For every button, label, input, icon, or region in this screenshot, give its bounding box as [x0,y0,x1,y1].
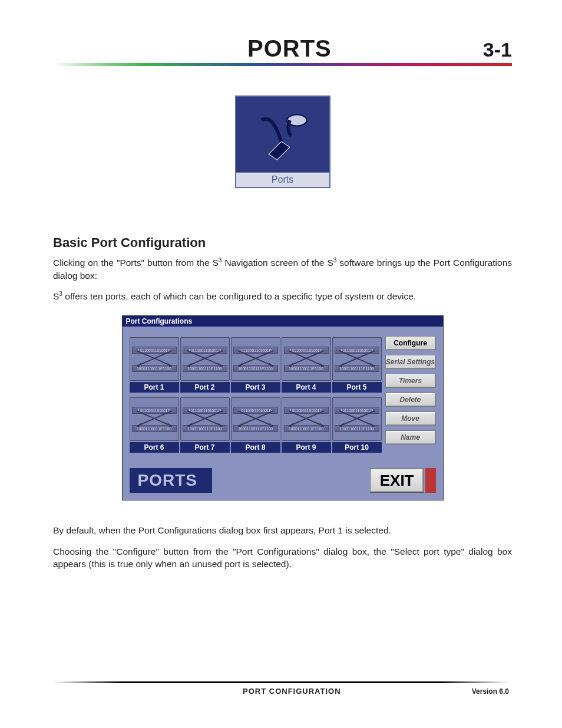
port-art: 10110001101001D10001100111E1100 [231,397,280,441]
port-label: Port 1 [130,382,179,393]
port-cross-icon [181,409,229,429]
port-cross-icon [333,348,381,368]
name-button[interactable]: Name [385,430,436,444]
port-configurations-dialog: Port Configurations 10110001101001D10001… [122,315,444,500]
port-label: Port 10 [332,442,382,453]
paragraph-2: S3 offers ten ports, each of which can b… [53,290,512,303]
port-label: Port 8 [231,442,280,453]
ports-icon-image [236,97,329,172]
port-label: Port 5 [332,382,382,393]
port-art: 10110001101001D10001100111E1100 [130,337,179,381]
delete-button[interactable]: Delete [385,393,436,407]
ports-icon-caption: Ports [236,172,329,187]
port-cross-icon [181,348,229,368]
port-label: Port 4 [282,382,331,393]
port-art: 10110001101001D10001100111E1100 [332,397,382,441]
port-cell-10[interactable]: 10110001101001D10001100111E1100Port 10 [332,397,382,453]
footer-center: PORT CONFIGURATION [112,687,472,696]
ports-icon-button[interactable]: Ports [235,95,330,188]
paragraph-4: Choosing the "Configure" button from the… [53,545,512,571]
port-label: Port 6 [130,442,179,453]
footer-version: Version 6.0 [472,687,509,696]
port-cross-icon [333,409,381,429]
port-art: 10110001101001D10001100111E1100 [282,397,331,441]
timers-button[interactable]: Timers [385,374,436,388]
page-header-number: 3-1 [483,38,512,61]
header-rule [53,63,512,66]
port-cell-3[interactable]: 10110001101001D10001100111E1100Port 3 [231,337,280,393]
port-label: Port 7 [180,442,230,453]
port-cross-icon [130,409,178,429]
paragraph-3: By default, when the Port Configurations… [53,524,512,536]
footer-rule [53,681,509,683]
port-cell-1[interactable]: 10110001101001D10001100111E1100Port 1 [130,337,179,393]
port-cross-icon [232,409,280,429]
dialog-titlebar: Port Configurations [123,316,443,327]
port-cross-icon [282,409,330,429]
section-heading: Basic Port Configuration [53,235,512,251]
exit-button[interactable]: EXIT [370,468,424,493]
serial-settings-button[interactable]: Serial Settings [385,355,436,369]
port-art: 10110001101001D10001100111E1100 [130,397,179,441]
port-cell-5[interactable]: 10110001101001D10001100111E1100Port 5 [332,337,382,393]
port-cell-9[interactable]: 10110001101001D10001100111E1100Port 9 [282,397,331,453]
port-label: Port 3 [231,382,280,393]
configure-button[interactable]: Configure [385,336,436,350]
port-cross-icon [232,348,280,368]
port-art: 10110001101001D10001100111E1100 [180,397,230,441]
port-art: 10110001101001D10001100111E1100 [231,337,280,381]
port-art: 10110001101001D10001100111E1100 [332,337,382,381]
port-label: Port 2 [180,382,230,393]
port-cell-7[interactable]: 10110001101001D10001100111E1100Port 7 [180,397,230,453]
page-header-title: PORTS [247,35,332,62]
port-cell-4[interactable]: 10110001101001D10001100111E1100Port 4 [282,337,331,393]
exit-accent [425,468,436,493]
port-art: 10110001101001D10001100111E1100 [282,337,331,381]
paragraph-1: Clicking on the "Ports" button from the … [53,256,512,282]
port-cross-icon [282,348,330,368]
svg-rect-0 [251,103,315,166]
port-cell-6[interactable]: 10110001101001D10001100111E1100Port 6 [130,397,179,453]
port-art: 10110001101001D10001100111E1100 [180,337,230,381]
port-cell-2[interactable]: 10110001101001D10001100111E1100Port 2 [180,337,230,393]
ports-banner: PORTS [130,468,212,493]
port-cross-icon [130,348,178,368]
port-cell-8[interactable]: 10110001101001D10001100111E1100Port 8 [231,397,280,453]
port-label: Port 9 [282,442,331,453]
move-button[interactable]: Move [385,411,436,426]
